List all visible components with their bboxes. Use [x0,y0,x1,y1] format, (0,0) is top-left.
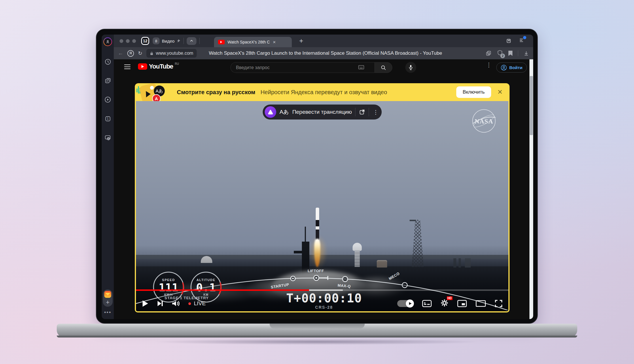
window-controls[interactable] [120,39,136,43]
pin-icon [177,39,181,43]
browser-window: 1 + ••• [102,35,533,319]
seek-bar[interactable] [136,289,508,291]
page-scrollbar[interactable] [529,59,533,319]
seek-buffer [309,289,342,291]
microphone-icon [408,65,413,70]
download-icon[interactable] [523,50,529,56]
search-input[interactable] [230,62,374,73]
theater-button[interactable] [476,300,486,307]
all-tabs-button[interactable]: 12 [141,37,149,45]
laptop-base-edge [57,335,577,338]
altitude-value: 0.1 [196,282,216,293]
active-tab[interactable]: Watch SpaceX's 28th C ✕ [214,37,292,47]
translate-stream-pill[interactable]: Aあ Перевести трансляцию ⋮ [263,105,382,120]
back-button[interactable]: ← [118,50,123,56]
scrollbar-thumb[interactable] [530,76,533,135]
play-button[interactable] [142,300,149,307]
collapse-tabs-button[interactable] [187,37,196,45]
youtube-favicon [218,40,225,44]
lock-icon [150,51,154,56]
video-player-icon[interactable] [104,96,111,103]
subtitles-button[interactable] [422,300,432,307]
nasa-text: NASA [475,118,493,125]
notification-dot [523,36,526,39]
pill-divider [355,108,355,116]
search-button[interactable] [374,62,392,73]
yandex-mail-icon[interactable] [104,291,111,298]
sidebar-more-button[interactable]: ••• [104,310,111,316]
sign-in-label: Войти [509,65,523,70]
pinned-tab-count: 8 [153,37,160,44]
active-tab-title: Watch SpaceX's 28th C [228,40,270,44]
tab-close-icon[interactable]: ✕ [273,40,276,44]
bookmarks-panel-icon[interactable] [506,38,512,44]
sidebar-bottom-group: + ••• [103,289,113,319]
browser-main: 12 8 Видео [114,35,533,319]
reload-button[interactable]: ↻ [138,50,142,56]
letter-badge-icon: A [152,94,161,101]
avatar-person-icon [104,38,111,46]
pinned-tab-video[interactable]: 8 Видео [153,37,181,44]
header-menu-button[interactable]: ⋮ [486,63,492,66]
fullscreen-button[interactable] [495,299,503,308]
url-field[interactable]: www.youtube.com [146,49,197,58]
node-liftoff-label: LIFTOFF [308,269,324,273]
protect-counter: 2 [500,54,505,58]
settings-button[interactable]: HD [440,299,448,308]
downloads-menu-icon[interactable] [519,37,525,45]
alice-icon [265,106,276,118]
voice-search-button[interactable] [405,62,416,73]
tab-bar: 12 8 Видео [114,35,533,47]
banner-illustration: Aあ A [135,83,175,101]
enable-translation-button[interactable]: Включить [456,86,491,98]
video-player[interactable]: STARTUP LIFTOFF MAX-Q MECO Aあ Перевести … [135,101,510,312]
gear-icon [440,299,448,307]
nasa-logo: NASA [472,109,496,134]
laptop-frame: 1 + ••• [96,29,538,324]
protect-shield-icon[interactable]: 2 [497,50,503,57]
history-icon[interactable] [104,58,111,65]
tab-counter-number: 1 [107,117,109,120]
autoplay-knob-icon [406,299,414,308]
new-tab-button[interactable]: + [299,37,303,45]
youtube-logo-text: YouTube [149,63,173,70]
player-controls: LIVE [136,297,508,310]
translate-glyph-icon: Aあ [280,108,289,116]
collections-icon[interactable] [485,50,492,56]
search-icon [381,65,386,71]
laptop-base [57,324,577,338]
speed-value: 111 [159,282,179,293]
volume-button[interactable] [172,300,180,307]
add-panel-button[interactable]: + [104,299,111,306]
tab-counter-icon[interactable]: 1 [104,115,111,122]
browser-sidebar: 1 + ••• [102,35,114,319]
keyboard-icon[interactable] [358,65,364,70]
yandex-home-icon[interactable]: Я [127,50,134,57]
next-button[interactable] [157,300,164,307]
tab-divider [183,38,184,44]
banner-close-icon[interactable]: ✕ [497,88,503,96]
miniplayer-button[interactable] [457,300,467,307]
sign-in-button[interactable]: Войти [496,62,527,73]
live-indicator[interactable]: LIVE [188,300,206,307]
account-icon [501,65,507,71]
url-text: www.youtube.com [156,51,193,56]
pill-menu-icon[interactable]: ⋮ [372,111,379,113]
autoplay-toggle[interactable] [397,300,413,307]
open-external-icon[interactable] [359,109,365,115]
tab-groups-icon[interactable] [104,77,111,84]
youtube-logo[interactable]: YouTube RU [138,63,179,70]
youtube-page: YouTube RU [114,59,533,319]
page-title: Watch SpaceX's 28th Cargo Launch to the … [209,50,481,56]
hd-quality-badge: HD [447,296,453,300]
menu-hamburger-icon[interactable] [124,65,130,69]
screenshot-icon[interactable] [104,134,111,141]
youtube-header: YouTube RU [114,59,533,76]
laptop-lid-notch [270,324,365,329]
profile-avatar[interactable] [103,37,112,46]
youtube-play-icon [138,63,147,70]
translate-banner: Aあ A Смотрите сразу на русском Нейросети… [135,83,510,101]
laptop-shadow [84,338,550,346]
pill-divider [369,108,369,116]
bookmark-icon[interactable] [508,50,513,56]
